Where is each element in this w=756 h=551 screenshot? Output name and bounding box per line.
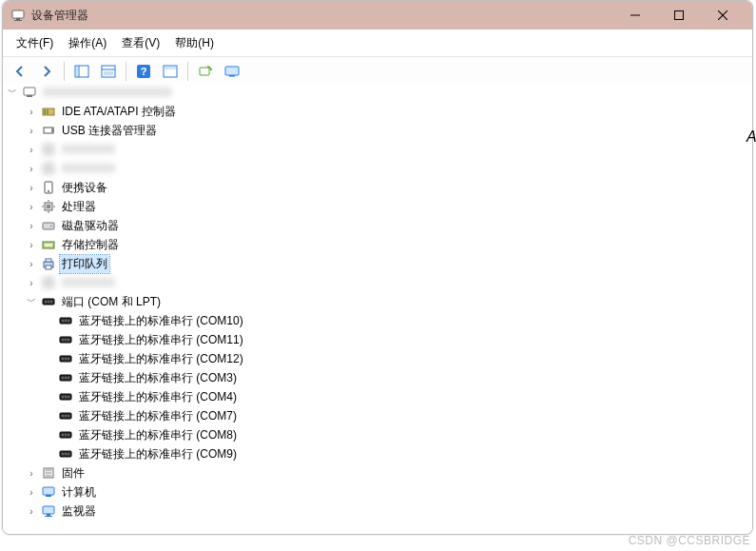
device-category-icon [41, 180, 56, 195]
show-hide-tree-button[interactable] [68, 59, 95, 84]
menu-view[interactable]: 查看(V) [114, 33, 167, 53]
svg-marker-19 [210, 69, 213, 70]
device-category-icon [41, 142, 56, 157]
tree-device-label: 蓝牙链接上的标准串行 (COM4) [77, 388, 239, 406]
chevron-right-icon[interactable]: › [24, 123, 39, 138]
svg-rect-20 [225, 67, 239, 75]
chevron-right-icon[interactable]: › [24, 218, 39, 233]
tree-category[interactable]: ﹀端口 (COM 和 LPT) [3, 292, 752, 311]
tree-category[interactable]: ›计算机 [3, 482, 752, 502]
svg-point-81 [65, 453, 67, 455]
svg-text:?: ? [141, 66, 147, 77]
tree-device[interactable]: 蓝牙链接上的标准串行 (COM12) [3, 349, 752, 368]
tree-device[interactable]: 蓝牙链接上的标准串行 (COM10) [3, 311, 752, 330]
tree-category[interactable]: ›USB 连接器管理器 [3, 121, 752, 140]
devices-by-type-button[interactable] [219, 59, 245, 84]
tree-category-label: 端口 (COM 和 LPT) [60, 293, 163, 311]
tree-category-label: 处理器 [60, 198, 98, 216]
svg-rect-30 [44, 164, 53, 173]
svg-point-70 [68, 396, 69, 398]
tree-device-label: 蓝牙链接上的标准串行 (COM10) [77, 312, 245, 330]
tree-device-label: 蓝牙链接上的标准串行 (COM7) [77, 407, 239, 425]
tree-device-label: 蓝牙链接上的标准串行 (COM11) [77, 331, 245, 349]
svg-point-72 [62, 415, 64, 417]
tree-category[interactable]: ›便携设备 [3, 178, 752, 197]
tree-device[interactable]: 蓝牙链接上的标准串行 (COM4) [3, 387, 752, 406]
port-icon [58, 370, 73, 385]
chevron-right-icon[interactable]: › [24, 256, 39, 271]
chevron-right-icon[interactable]: › [24, 275, 39, 290]
tree-category[interactable]: ›XXXXXXX [3, 273, 752, 292]
tree-device[interactable]: 蓝牙链接上的标准串行 (COM3) [3, 368, 752, 387]
maximize-button[interactable] [657, 1, 701, 30]
device-tree[interactable]: ﹀XXXXXXXXXXXXXXXXX›IDE ATA/ATAPI 控制器›USB… [3, 83, 752, 534]
separator [187, 62, 188, 81]
tree-category[interactable]: ›磁盘驱动器 [3, 216, 752, 235]
svg-rect-10 [102, 66, 115, 77]
menu-action[interactable]: 操作(A) [61, 33, 114, 53]
tree-device[interactable]: 蓝牙链接上的标准串行 (COM7) [3, 406, 752, 425]
svg-point-65 [65, 377, 67, 379]
svg-point-57 [65, 339, 67, 341]
device-category-icon [41, 199, 56, 214]
tree-category-label: XXXXXXX [60, 161, 117, 176]
tree-device[interactable]: 蓝牙链接上的标准串行 (COM11) [3, 330, 752, 349]
tree-root[interactable]: ﹀XXXXXXXXXXXXXXXXX [3, 83, 752, 102]
svg-rect-18 [200, 68, 209, 75]
tree-device[interactable]: 蓝牙链接上的标准串行 (COM9) [3, 444, 752, 463]
tree-category-label: 便携设备 [60, 179, 109, 197]
separator [126, 62, 126, 81]
svg-rect-23 [27, 95, 32, 97]
svg-rect-39 [43, 223, 54, 229]
watermark: CSDN @CCSBRIDGE [629, 534, 750, 547]
panel-button[interactable] [157, 59, 184, 84]
side-hint: A [746, 128, 756, 146]
back-button[interactable] [7, 59, 33, 84]
svg-rect-90 [47, 514, 50, 516]
chevron-right-icon[interactable]: › [24, 104, 39, 119]
forward-button[interactable] [33, 59, 60, 84]
svg-point-50 [50, 301, 52, 303]
scan-hardware-button[interactable] [192, 59, 219, 84]
menu-file[interactable]: 文件(F) [9, 33, 61, 53]
tree-category[interactable]: ›存储控制器 [3, 235, 752, 254]
chevron-right-icon[interactable]: › [24, 237, 39, 252]
svg-point-64 [62, 377, 64, 379]
svg-rect-46 [44, 278, 53, 287]
svg-point-66 [68, 377, 69, 379]
tree-category[interactable]: ›处理器 [3, 197, 752, 216]
tree-category[interactable]: ›固件 [3, 463, 752, 482]
tree-category[interactable]: ›XXXXXXX [3, 159, 752, 178]
svg-rect-21 [229, 75, 235, 77]
chevron-right-icon[interactable]: › [24, 199, 39, 214]
menu-help[interactable]: 帮助(H) [167, 33, 222, 53]
close-button[interactable] [701, 1, 745, 30]
chevron-down-icon[interactable]: ﹀ [24, 294, 39, 309]
chevron-right-icon[interactable]: › [24, 161, 39, 176]
chevron-right-icon[interactable]: › [24, 180, 39, 195]
tree-category[interactable]: ›XXXXXXX [3, 140, 752, 159]
chevron-right-icon[interactable]: › [24, 484, 39, 500]
tree-category-label: 计算机 [60, 483, 98, 502]
titlebar[interactable]: 设备管理器 [3, 1, 752, 30]
tree-device[interactable]: 蓝牙链接上的标准串行 (COM8) [3, 425, 752, 444]
tree-device-label: 蓝牙链接上的标准串行 (COM9) [77, 445, 239, 463]
tree-category-label: 打印队列 [60, 255, 109, 273]
svg-rect-87 [43, 487, 54, 495]
help-button[interactable]: ? [130, 59, 157, 84]
minimize-button[interactable] [613, 1, 657, 30]
tree-category[interactable]: ›IDE ATA/ATAPI 控制器 [3, 102, 752, 121]
chevron-right-icon[interactable]: › [24, 465, 39, 481]
svg-point-60 [62, 358, 64, 360]
properties-button[interactable] [95, 59, 122, 84]
tree-category[interactable]: ›打印队列 [3, 254, 752, 273]
chevron-right-icon[interactable]: › [24, 142, 39, 157]
tree-category-label: XXXXXXX [60, 275, 117, 290]
port-icon [58, 389, 73, 404]
chevron-right-icon[interactable]: › [24, 503, 39, 519]
chevron-down-icon[interactable]: ﹀ [5, 85, 20, 100]
device-category-icon [41, 256, 56, 271]
computer-icon [22, 85, 37, 100]
tree-category[interactable]: ›监视器 [3, 502, 752, 521]
device-category-icon [41, 275, 56, 290]
